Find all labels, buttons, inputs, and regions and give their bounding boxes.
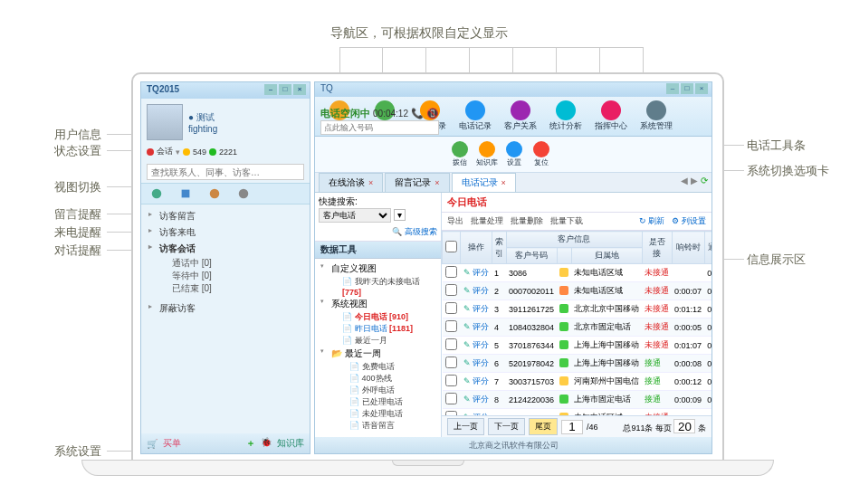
- btn-batch-delete[interactable]: 批量删除: [511, 215, 543, 227]
- table-row[interactable]: 评分65201978042上海上海中国移动接通0:00:080: [443, 355, 712, 373]
- quick-search-go[interactable]: ▾: [394, 209, 406, 221]
- table-row[interactable]: 评分82124220036上海市固定电话接通0:00:090: [443, 391, 712, 409]
- view-contacts-icon[interactable]: [179, 187, 192, 200]
- phone-tool-0[interactable]: 拨信: [448, 141, 472, 167]
- leaf-my-missed[interactable]: 📄 我昨天的未接电话 [775]: [319, 276, 437, 297]
- add-icon[interactable]: ＋: [246, 437, 255, 450]
- pager-prev[interactable]: 上一页: [447, 418, 484, 435]
- pager-page-input[interactable]: [561, 420, 583, 434]
- pager-last[interactable]: 尾页: [529, 418, 558, 435]
- row-checkbox[interactable]: [445, 338, 457, 350]
- leaf-yesterday[interactable]: 📄 昨日电话 [1181]: [319, 323, 437, 335]
- tab-nav-refresh[interactable]: ⟳: [701, 176, 708, 185]
- nav-4[interactable]: 客户关系: [500, 100, 541, 132]
- tab-0[interactable]: 在线洽谈×: [319, 173, 383, 192]
- leaf-month[interactable]: 📄 最近一月: [319, 335, 437, 347]
- tab-close-icon[interactable]: ×: [368, 178, 373, 187]
- avatar[interactable]: [147, 104, 183, 140]
- leaf-week-0[interactable]: 📄 免费电话: [319, 361, 437, 373]
- row-checkbox[interactable]: [445, 284, 457, 296]
- quick-search-select[interactable]: 客户电话: [319, 208, 391, 223]
- row-checkbox[interactable]: [445, 320, 457, 332]
- table-row[interactable]: 评分33911261725北京北京中国移动未接通0:01:120: [443, 300, 712, 319]
- btn-batch[interactable]: 批量处理: [471, 215, 503, 227]
- btn-columns[interactable]: ⚙ 列设置: [672, 215, 706, 227]
- tab-nav-right[interactable]: ▶: [691, 176, 698, 185]
- select-all-checkbox[interactable]: [445, 241, 457, 252]
- node-week[interactable]: 📂 最近一周: [319, 347, 437, 361]
- main-close-button[interactable]: ×: [695, 83, 708, 94]
- tab-2[interactable]: 电话记录×: [452, 173, 516, 192]
- table-row[interactable]: 评分20007002011未知电话区域未接通0:00:070: [443, 282, 712, 300]
- leaf-week-5[interactable]: 📄 语音留言: [319, 420, 437, 432]
- rate-button[interactable]: 评分: [463, 322, 490, 331]
- col-location[interactable]: 归属地: [571, 248, 642, 264]
- col-phone[interactable]: 客户号码: [506, 248, 557, 264]
- col-operate[interactable]: 操作: [461, 232, 492, 264]
- dial-icon[interactable]: 📞: [411, 108, 424, 119]
- row-checkbox[interactable]: [445, 375, 457, 386]
- tree-waiting[interactable]: 等待中 [0]: [147, 270, 304, 282]
- table-row[interactable]: 评分41084032804北京市固定电话未接通0:00:050: [443, 319, 712, 337]
- rate-button[interactable]: 评分: [463, 358, 490, 367]
- dial-input[interactable]: [320, 120, 439, 135]
- rate-button[interactable]: 评分: [463, 304, 490, 313]
- view-chat-icon[interactable]: [150, 187, 163, 200]
- col-index[interactable]: 索引: [492, 232, 506, 264]
- view-groups-icon[interactable]: [208, 187, 221, 200]
- bug-icon[interactable]: 🐞: [261, 437, 272, 450]
- rate-button[interactable]: 评分: [463, 286, 490, 295]
- col-answer[interactable]: 是否接: [642, 232, 672, 264]
- phone-tool-3[interactable]: 复位: [530, 141, 553, 167]
- btn-export[interactable]: 导出: [447, 215, 463, 227]
- btn-batch-download[interactable]: 批量下载: [550, 215, 583, 227]
- row-checkbox[interactable]: [445, 357, 457, 368]
- leaf-today[interactable]: 📄 今日电话 [910]: [319, 311, 437, 323]
- leaf-week-1[interactable]: 📄 400热线: [319, 373, 437, 385]
- table-row[interactable]: 评分53701876344上海上海中国移动未接通0:01:070: [443, 337, 712, 355]
- col-ring[interactable]: 响铃时: [672, 232, 704, 264]
- btn-refresh[interactable]: ↻ 刷新: [639, 215, 665, 227]
- col-sig[interactable]: [557, 248, 571, 264]
- status-dot-red[interactable]: [147, 148, 154, 156]
- rate-button[interactable]: 评分: [463, 340, 490, 349]
- tab-1[interactable]: 留言记录×: [385, 173, 449, 192]
- row-checkbox[interactable]: [445, 266, 457, 278]
- buy-link[interactable]: 买单: [163, 437, 181, 450]
- tree-visitor-call[interactable]: 访客来电: [147, 224, 304, 241]
- tree-visitor-chat[interactable]: 访客会话: [147, 241, 304, 257]
- leaf-week-3[interactable]: 📄 已处理电话: [319, 396, 437, 408]
- close-button[interactable]: ×: [293, 84, 306, 95]
- table-row[interactable]: 评分13086未知电话区域未接通0: [443, 264, 712, 282]
- status-mode[interactable]: 会话: [157, 146, 173, 157]
- nav-3[interactable]: 电话记录: [454, 100, 496, 132]
- phone-tool-1[interactable]: 知识库: [475, 141, 499, 167]
- table-row[interactable]: 评分73003715703河南郑州中国电信接通0:00:120: [443, 373, 712, 391]
- table-row[interactable]: 评分93006581718未知电话区域未接通0:00:080: [443, 409, 712, 416]
- minimize-button[interactable]: –: [264, 84, 277, 95]
- leaf-week-2[interactable]: 📄 外呼电话: [319, 385, 437, 396]
- kb-link[interactable]: 知识库: [277, 437, 304, 450]
- main-maximize-button[interactable]: □: [681, 83, 693, 94]
- main-minimize-button[interactable]: –: [666, 83, 679, 94]
- pager-perpage-input[interactable]: [673, 419, 695, 433]
- node-custom-view[interactable]: 自定义视图: [319, 262, 437, 276]
- leaf-week-4[interactable]: 📄 未处理电话: [319, 408, 437, 420]
- rate-button[interactable]: 评分: [463, 395, 490, 404]
- maximize-button[interactable]: □: [279, 84, 291, 95]
- tree-blocked[interactable]: 屏蔽访客: [147, 300, 304, 317]
- node-system-view[interactable]: 系统视图: [319, 297, 437, 311]
- row-checkbox[interactable]: [445, 302, 457, 314]
- contact-search-input[interactable]: [147, 164, 304, 180]
- phone-tool-2[interactable]: 设置: [502, 141, 526, 167]
- tab-close-icon[interactable]: ×: [501, 178, 506, 187]
- tree-in-call[interactable]: 通话中 [0]: [147, 257, 304, 270]
- row-checkbox[interactable]: [445, 393, 457, 404]
- tree-visitor-message[interactable]: 访客留言: [147, 208, 304, 224]
- hangup-icon[interactable]: 📵: [426, 108, 439, 119]
- pager-next[interactable]: 下一页: [488, 418, 525, 435]
- nav-5[interactable]: 统计分析: [545, 100, 587, 132]
- rate-button[interactable]: 评分: [463, 268, 490, 277]
- cart-icon[interactable]: 🛒: [147, 439, 158, 449]
- tree-ended[interactable]: 已结束 [0]: [147, 282, 304, 295]
